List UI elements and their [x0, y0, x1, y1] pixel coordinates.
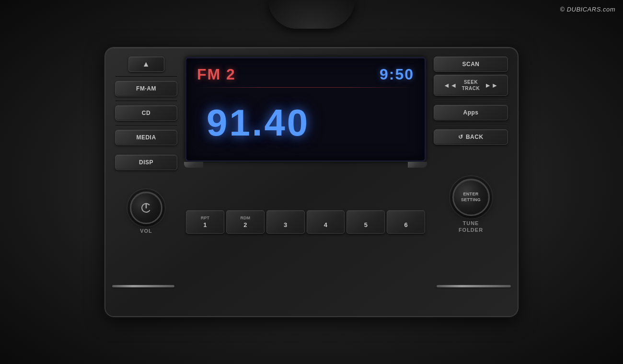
chrome-strip-left — [112, 285, 174, 287]
preset-1-sub: RPT — [188, 215, 222, 221]
seek-track-label: SEEKTRACK — [462, 79, 480, 91]
preset-button-4[interactable]: 4 — [307, 210, 345, 234]
back-label: BACK — [466, 134, 484, 140]
preset-button-3[interactable]: 3 — [266, 210, 305, 234]
preset-2-sub: RDM — [229, 215, 262, 221]
apps-button[interactable]: Apps — [434, 105, 508, 120]
back-icon: ↺ — [458, 134, 463, 140]
watermark: © DUBICARS.com — [560, 6, 615, 13]
preset-6-sub — [389, 215, 423, 221]
preset-4-sub — [309, 215, 343, 221]
radio-screen[interactable]: FM 2 9:50 91.40 — [185, 57, 426, 162]
enter-setting-label: ENTER SETTING — [461, 192, 481, 203]
enter-setting-knob[interactable]: ENTER SETTING — [452, 179, 490, 216]
preset-button-6[interactable]: 6 — [387, 210, 425, 234]
power-icon — [140, 202, 152, 214]
frequency-display: 91.40 — [207, 101, 414, 145]
fm-am-button[interactable]: FM·AM — [115, 81, 177, 96]
screen-top-bar: FM 2 9:50 — [197, 66, 414, 83]
screen-divider — [197, 87, 414, 88]
back-button[interactable]: ↺ BACK — [434, 129, 508, 145]
cd-slot-3 — [115, 125, 177, 126]
media-button[interactable]: MEDIA — [115, 130, 177, 145]
disp-button[interactable]: DISP — [115, 155, 177, 170]
left-controls: ▲ FM·AM CD MEDIA DISP — [115, 57, 177, 170]
preset-3-sub — [269, 215, 302, 221]
seek-prev-icon: ◄◄ — [443, 81, 457, 89]
preset-2-main: 2 — [229, 221, 262, 229]
seek-next-icon: ►► — [485, 81, 498, 89]
vol-label: VOL — [140, 228, 152, 234]
eject-button[interactable]: ▲ — [128, 57, 164, 72]
preset-5-sub — [349, 215, 382, 221]
screen-wrapper: FM 2 9:50 91.40 — [185, 57, 426, 162]
right-slot-2 — [434, 124, 508, 125]
cd-slot-2 — [115, 100, 177, 102]
clock-display: 9:50 — [380, 66, 414, 83]
head-unit: ▲ FM·AM CD MEDIA DISP FM 2 9:50 91.40 — [105, 48, 518, 316]
preset-button-5[interactable]: 5 — [346, 210, 385, 234]
right-slot-1 — [434, 100, 508, 101]
preset-6-main: 6 — [389, 221, 423, 229]
top-row: ▲ FM·AM CD MEDIA DISP FM 2 9:50 91.40 — [115, 57, 508, 170]
cd-button[interactable]: CD — [115, 105, 177, 121]
preset-buttons-row: RPT 1 RDM 2 3 4 5 6 — [184, 210, 427, 234]
power-button[interactable] — [130, 192, 162, 224]
preset-3-main: 3 — [269, 221, 302, 229]
right-bottom-panel: ENTER SETTING TUNE FOLDER — [434, 179, 508, 234]
preset-1-main: 1 — [188, 221, 222, 229]
preset-button-2[interactable]: RDM 2 — [226, 210, 265, 234]
radio-source-display: FM 2 — [197, 66, 236, 83]
chrome-strip-right — [437, 285, 511, 287]
scan-button[interactable]: SCAN — [434, 57, 508, 72]
cd-slot — [115, 76, 177, 77]
preset-button-1[interactable]: RPT 1 — [186, 210, 224, 234]
seek-track-button[interactable]: ◄◄ SEEKTRACK ►► — [434, 75, 508, 96]
preset-5-main: 5 — [349, 221, 382, 229]
steering-wheel-arc — [268, 0, 355, 29]
preset-4-main: 4 — [309, 221, 343, 229]
right-controls: SCAN ◄◄ SEEKTRACK ►► Apps ↺ BACK — [434, 57, 508, 145]
tune-folder-label: TUNE FOLDER — [459, 220, 483, 234]
left-bottom-panel: VOL — [115, 192, 177, 234]
bottom-section: VOL RPT 1 RDM 2 3 4 5 — [115, 179, 508, 234]
